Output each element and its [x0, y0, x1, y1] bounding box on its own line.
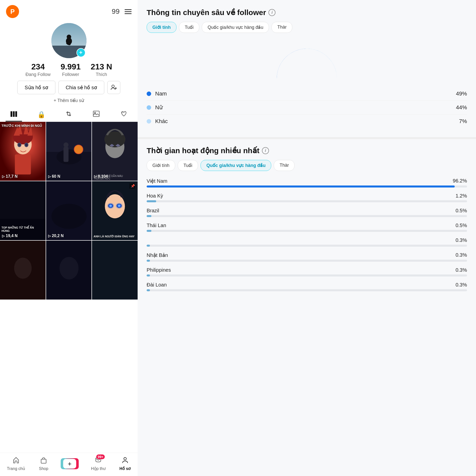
video-thumb-9[interactable] — [92, 241, 138, 300]
edit-profile-button[interactable]: Sửa hồ sơ — [17, 81, 55, 94]
top-bar: P 99 — [0, 0, 138, 21]
inbox-label: Hộp thư — [91, 466, 106, 471]
legend-nam: Nam 49% — [147, 87, 467, 101]
filter-tab-age[interactable]: Tuổi — [179, 22, 199, 33]
video-grid: TRƯỚC KHI MÌNH ĐI NGỦ ▷ 17,7 N ▷ 60 — [0, 122, 138, 453]
profile-buttons: Sửa hồ sơ Chia sẻ hồ sơ — [17, 81, 120, 94]
video-thumb-8[interactable] — [46, 241, 92, 300]
menu-icon[interactable] — [125, 9, 132, 14]
shop-icon — [40, 457, 47, 465]
likes-label: Thích — [96, 72, 107, 77]
followers-count: 9.991 — [61, 62, 81, 71]
svg-point-4 — [112, 85, 114, 87]
add-friend-button[interactable] — [107, 81, 120, 94]
activity-info-icon[interactable]: i — [262, 147, 269, 154]
bar-track-thai-lan — [147, 230, 467, 232]
svg-point-23 — [25, 143, 28, 146]
bar-fill-thai-lan — [147, 230, 151, 232]
nam-pct: 49% — [456, 90, 467, 97]
tab-private[interactable]: 🔒 — [28, 108, 55, 122]
nam-label: Nam — [155, 90, 456, 97]
svg-point-22 — [18, 143, 21, 146]
follower-info-icon[interactable]: i — [268, 9, 275, 16]
bar-brazil: Brazil 0.5% — [147, 208, 467, 217]
svg-rect-9 — [15, 111, 17, 117]
filter-tab-country[interactable]: Quốc gia/khu vực hàng đầu — [202, 22, 269, 33]
video-thumb-7[interactable] — [0, 241, 46, 300]
following-stat: 234 Đang Follow — [26, 62, 51, 77]
legend-nu: Nữ 44% — [147, 101, 467, 115]
svg-point-47 — [110, 205, 112, 207]
likes-stat: 213 N Thích — [91, 62, 112, 77]
view-count-3: ▷ 8.104 — [94, 174, 108, 179]
video-thumb-4[interactable]: TOP NHỮNG TỪ THỂ ẤN HÙNG ▷ 19,4 N — [0, 181, 46, 240]
bar-hoa-ky: Hoa Kỳ 1.2% — [147, 193, 467, 202]
bar-track-philippines — [147, 274, 467, 276]
follower-insight-title: Thông tin chuyên sâu về follower i — [147, 8, 467, 17]
bar-unknown: 0.3% — [147, 237, 467, 247]
activity-filter-country[interactable]: Quốc gia/khu vực hàng đầu — [201, 160, 271, 171]
view-count-1: ▷ 17,7 N — [2, 174, 18, 179]
tab-gallery[interactable] — [82, 108, 110, 122]
bar-fill-unknown — [147, 245, 150, 247]
svg-rect-58 — [41, 459, 46, 463]
svg-rect-24 — [15, 154, 31, 174]
view-count-2: ▷ 60 N — [48, 174, 60, 179]
share-profile-button[interactable]: Chia sẻ hồ sơ — [58, 81, 104, 94]
video-thumb-3[interactable]: LÀY CHÚA SẼ DẪN MÀU HÓA ĐÁ RỨC ▷ 8.104 — [92, 122, 138, 181]
following-label: Đang Follow — [26, 72, 51, 77]
country-bar-list: Việt Nam 96.2% Hoa Kỳ 1.2% Brazil 0.5% — [147, 178, 467, 291]
bar-dai-loan: Đài Loan 0.3% — [147, 282, 467, 291]
tab-liked[interactable] — [110, 108, 138, 122]
profile-nav-icon — [122, 456, 129, 465]
profile-section: + 234 Đang Follow 9.991 Follower 213 N T… — [0, 21, 138, 107]
nav-add[interactable]: + — [62, 458, 77, 469]
follower-filter-tabs: Giới tính Tuổi Quốc gia/khu vực hàng đầu… — [147, 22, 467, 33]
video-label-6: ANH LÀ NGƯỜI ĐÀN ÔNG HAY — [93, 235, 134, 238]
right-panel: Thông tin chuyên sâu về follower i Giới … — [138, 0, 476, 476]
likes-count: 213 N — [91, 62, 112, 71]
activity-filter-time[interactable]: Thàr — [274, 160, 295, 171]
bottom-nav: Trang chủ Shop + 99+ — [0, 453, 138, 476]
activity-filter-gender[interactable]: Giới tính — [147, 160, 175, 171]
repost-icon — [65, 111, 72, 119]
bar-fill-viet-nam — [147, 185, 455, 187]
profile-nav-label: Hồ sơ — [119, 466, 131, 471]
nam-dot — [147, 91, 151, 96]
svg-point-48 — [119, 205, 120, 207]
activity-filter-tabs: Giới tính Tuổi Quốc gia/khu vực hàng đầu… — [147, 160, 467, 171]
nav-home[interactable]: Trang chủ — [7, 456, 25, 471]
khac-label: Khác — [155, 118, 459, 125]
add-video-icon: + — [63, 459, 76, 468]
khac-dot — [147, 119, 151, 124]
followers-label: Follower — [62, 72, 79, 77]
svg-point-40 — [51, 204, 86, 229]
activity-filter-age[interactable]: Tuổi — [178, 160, 198, 171]
bar-nhat-ban: Nhật Bản 0.3% — [147, 252, 467, 262]
bar-fill-dai-loan — [147, 289, 150, 291]
video-thumb-2[interactable]: ▷ 60 N — [46, 122, 92, 181]
nav-inbox[interactable]: 99+ Hộp thư — [91, 456, 106, 471]
following-count: 234 — [31, 62, 45, 71]
heart-icon — [121, 111, 127, 119]
nav-profile[interactable]: Hồ sơ — [119, 456, 131, 471]
filter-tab-gender[interactable]: Giới tính — [147, 22, 176, 33]
home-label: Trang chủ — [7, 466, 25, 471]
filter-tab-time[interactable]: Thàr — [271, 22, 292, 33]
svg-text:📌: 📌 — [131, 184, 135, 188]
bar-track-dai-loan — [147, 289, 467, 291]
add-follow-button[interactable]: + — [76, 48, 85, 57]
bio-link[interactable]: + Thêm tiểu sử — [54, 98, 84, 103]
lock-icon: 🔒 — [37, 111, 45, 119]
tab-posts[interactable] — [0, 108, 28, 122]
tab-repost[interactable] — [55, 108, 83, 122]
video-thumb-5[interactable]: ▷ 20,2 N — [46, 181, 92, 240]
posts-icon — [11, 111, 17, 119]
view-count-5: ▷ 20,2 N — [48, 234, 64, 238]
premium-badge: P — [6, 5, 19, 18]
bar-track-brazil — [147, 215, 467, 217]
nav-shop[interactable]: Shop — [39, 457, 48, 471]
video-thumb-1[interactable]: TRƯỚC KHI MÌNH ĐI NGỦ ▷ 17,7 N — [0, 122, 46, 181]
video-thumb-6[interactable]: 📌 ANH LÀ NGƯỜI ĐÀN ÔNG HAY — [92, 181, 138, 240]
add-video-button[interactable]: + — [62, 458, 77, 469]
